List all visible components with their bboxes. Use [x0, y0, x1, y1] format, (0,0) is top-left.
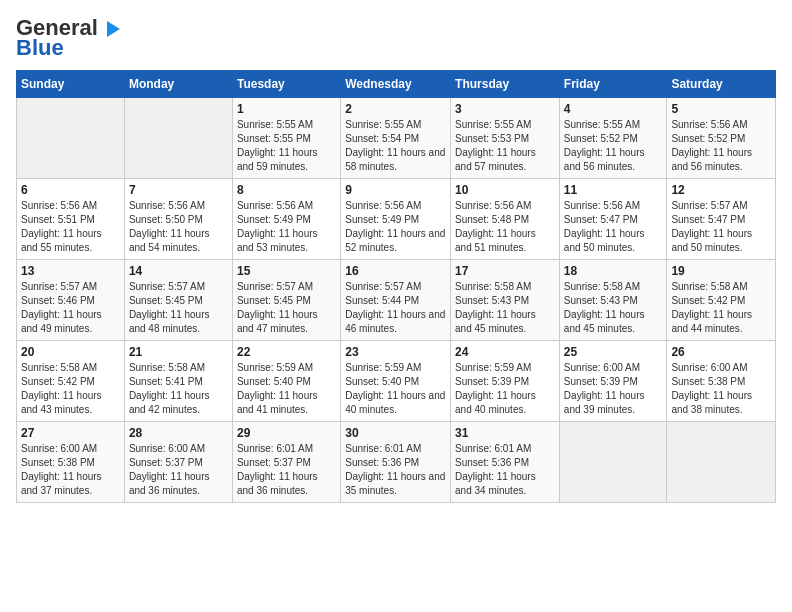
day-number: 16: [345, 264, 446, 278]
calendar-cell: 25Sunrise: 6:00 AM Sunset: 5:39 PM Dayli…: [559, 341, 667, 422]
calendar-cell: 6Sunrise: 5:56 AM Sunset: 5:51 PM Daylig…: [17, 179, 125, 260]
calendar-table: SundayMondayTuesdayWednesdayThursdayFrid…: [16, 70, 776, 503]
day-number: 24: [455, 345, 555, 359]
day-number: 17: [455, 264, 555, 278]
calendar-cell: 9Sunrise: 5:56 AM Sunset: 5:49 PM Daylig…: [341, 179, 451, 260]
day-info: Sunrise: 5:55 AM Sunset: 5:54 PM Dayligh…: [345, 118, 446, 174]
day-number: 10: [455, 183, 555, 197]
weekday-header-monday: Monday: [124, 71, 232, 98]
day-number: 26: [671, 345, 771, 359]
day-number: 23: [345, 345, 446, 359]
day-info: Sunrise: 5:56 AM Sunset: 5:48 PM Dayligh…: [455, 199, 555, 255]
day-info: Sunrise: 6:01 AM Sunset: 5:36 PM Dayligh…: [345, 442, 446, 498]
calendar-cell: 1Sunrise: 5:55 AM Sunset: 5:55 PM Daylig…: [232, 98, 340, 179]
calendar-cell: 16Sunrise: 5:57 AM Sunset: 5:44 PM Dayli…: [341, 260, 451, 341]
weekday-header-saturday: Saturday: [667, 71, 776, 98]
day-info: Sunrise: 5:56 AM Sunset: 5:51 PM Dayligh…: [21, 199, 120, 255]
calendar-cell: 18Sunrise: 5:58 AM Sunset: 5:43 PM Dayli…: [559, 260, 667, 341]
calendar-cell: [667, 422, 776, 503]
day-number: 4: [564, 102, 663, 116]
day-info: Sunrise: 5:55 AM Sunset: 5:53 PM Dayligh…: [455, 118, 555, 174]
day-number: 7: [129, 183, 228, 197]
weekday-header-thursday: Thursday: [451, 71, 560, 98]
calendar-cell: 31Sunrise: 6:01 AM Sunset: 5:36 PM Dayli…: [451, 422, 560, 503]
page-header: General Blue: [16, 16, 776, 60]
logo: General Blue: [16, 16, 120, 60]
day-info: Sunrise: 5:57 AM Sunset: 5:46 PM Dayligh…: [21, 280, 120, 336]
calendar-cell: 3Sunrise: 5:55 AM Sunset: 5:53 PM Daylig…: [451, 98, 560, 179]
day-number: 2: [345, 102, 446, 116]
calendar-cell: [559, 422, 667, 503]
day-info: Sunrise: 5:58 AM Sunset: 5:41 PM Dayligh…: [129, 361, 228, 417]
weekday-header-sunday: Sunday: [17, 71, 125, 98]
day-number: 21: [129, 345, 228, 359]
calendar-cell: 15Sunrise: 5:57 AM Sunset: 5:45 PM Dayli…: [232, 260, 340, 341]
day-number: 1: [237, 102, 336, 116]
day-number: 6: [21, 183, 120, 197]
day-info: Sunrise: 5:56 AM Sunset: 5:49 PM Dayligh…: [237, 199, 336, 255]
day-number: 19: [671, 264, 771, 278]
calendar-cell: 21Sunrise: 5:58 AM Sunset: 5:41 PM Dayli…: [124, 341, 232, 422]
day-info: Sunrise: 5:58 AM Sunset: 5:42 PM Dayligh…: [21, 361, 120, 417]
day-info: Sunrise: 6:00 AM Sunset: 5:38 PM Dayligh…: [671, 361, 771, 417]
day-number: 5: [671, 102, 771, 116]
calendar-cell: 24Sunrise: 5:59 AM Sunset: 5:39 PM Dayli…: [451, 341, 560, 422]
day-info: Sunrise: 5:56 AM Sunset: 5:49 PM Dayligh…: [345, 199, 446, 255]
weekday-header-friday: Friday: [559, 71, 667, 98]
calendar-cell: 10Sunrise: 5:56 AM Sunset: 5:48 PM Dayli…: [451, 179, 560, 260]
calendar-cell: [124, 98, 232, 179]
calendar-cell: 11Sunrise: 5:56 AM Sunset: 5:47 PM Dayli…: [559, 179, 667, 260]
calendar-cell: 19Sunrise: 5:58 AM Sunset: 5:42 PM Dayli…: [667, 260, 776, 341]
day-info: Sunrise: 5:56 AM Sunset: 5:52 PM Dayligh…: [671, 118, 771, 174]
calendar-cell: 5Sunrise: 5:56 AM Sunset: 5:52 PM Daylig…: [667, 98, 776, 179]
calendar-cell: 22Sunrise: 5:59 AM Sunset: 5:40 PM Dayli…: [232, 341, 340, 422]
day-info: Sunrise: 5:59 AM Sunset: 5:40 PM Dayligh…: [237, 361, 336, 417]
day-info: Sunrise: 6:00 AM Sunset: 5:39 PM Dayligh…: [564, 361, 663, 417]
day-info: Sunrise: 5:57 AM Sunset: 5:45 PM Dayligh…: [129, 280, 228, 336]
weekday-header-tuesday: Tuesday: [232, 71, 340, 98]
logo-blue: Blue: [16, 36, 64, 60]
calendar-cell: 8Sunrise: 5:56 AM Sunset: 5:49 PM Daylig…: [232, 179, 340, 260]
day-info: Sunrise: 6:00 AM Sunset: 5:37 PM Dayligh…: [129, 442, 228, 498]
day-info: Sunrise: 5:55 AM Sunset: 5:52 PM Dayligh…: [564, 118, 663, 174]
day-number: 30: [345, 426, 446, 440]
day-number: 3: [455, 102, 555, 116]
calendar-cell: 30Sunrise: 6:01 AM Sunset: 5:36 PM Dayli…: [341, 422, 451, 503]
day-number: 20: [21, 345, 120, 359]
day-info: Sunrise: 6:01 AM Sunset: 5:36 PM Dayligh…: [455, 442, 555, 498]
calendar-cell: 7Sunrise: 5:56 AM Sunset: 5:50 PM Daylig…: [124, 179, 232, 260]
day-info: Sunrise: 5:55 AM Sunset: 5:55 PM Dayligh…: [237, 118, 336, 174]
day-info: Sunrise: 6:01 AM Sunset: 5:37 PM Dayligh…: [237, 442, 336, 498]
day-info: Sunrise: 5:57 AM Sunset: 5:44 PM Dayligh…: [345, 280, 446, 336]
day-info: Sunrise: 5:58 AM Sunset: 5:42 PM Dayligh…: [671, 280, 771, 336]
day-info: Sunrise: 5:56 AM Sunset: 5:47 PM Dayligh…: [564, 199, 663, 255]
day-number: 29: [237, 426, 336, 440]
day-number: 18: [564, 264, 663, 278]
day-info: Sunrise: 5:57 AM Sunset: 5:45 PM Dayligh…: [237, 280, 336, 336]
calendar-cell: 17Sunrise: 5:58 AM Sunset: 5:43 PM Dayli…: [451, 260, 560, 341]
day-info: Sunrise: 5:58 AM Sunset: 5:43 PM Dayligh…: [564, 280, 663, 336]
day-info: Sunrise: 5:58 AM Sunset: 5:43 PM Dayligh…: [455, 280, 555, 336]
day-number: 25: [564, 345, 663, 359]
day-number: 9: [345, 183, 446, 197]
calendar-cell: 13Sunrise: 5:57 AM Sunset: 5:46 PM Dayli…: [17, 260, 125, 341]
day-number: 14: [129, 264, 228, 278]
calendar-cell: 14Sunrise: 5:57 AM Sunset: 5:45 PM Dayli…: [124, 260, 232, 341]
day-number: 28: [129, 426, 228, 440]
day-info: Sunrise: 5:59 AM Sunset: 5:39 PM Dayligh…: [455, 361, 555, 417]
day-info: Sunrise: 6:00 AM Sunset: 5:38 PM Dayligh…: [21, 442, 120, 498]
calendar-cell: 4Sunrise: 5:55 AM Sunset: 5:52 PM Daylig…: [559, 98, 667, 179]
calendar-cell: 26Sunrise: 6:00 AM Sunset: 5:38 PM Dayli…: [667, 341, 776, 422]
calendar-cell: [17, 98, 125, 179]
day-number: 22: [237, 345, 336, 359]
calendar-cell: 12Sunrise: 5:57 AM Sunset: 5:47 PM Dayli…: [667, 179, 776, 260]
day-number: 8: [237, 183, 336, 197]
day-number: 15: [237, 264, 336, 278]
day-number: 31: [455, 426, 555, 440]
day-number: 27: [21, 426, 120, 440]
calendar-cell: 20Sunrise: 5:58 AM Sunset: 5:42 PM Dayli…: [17, 341, 125, 422]
calendar-cell: 29Sunrise: 6:01 AM Sunset: 5:37 PM Dayli…: [232, 422, 340, 503]
day-info: Sunrise: 5:59 AM Sunset: 5:40 PM Dayligh…: [345, 361, 446, 417]
day-number: 11: [564, 183, 663, 197]
calendar-cell: 23Sunrise: 5:59 AM Sunset: 5:40 PM Dayli…: [341, 341, 451, 422]
